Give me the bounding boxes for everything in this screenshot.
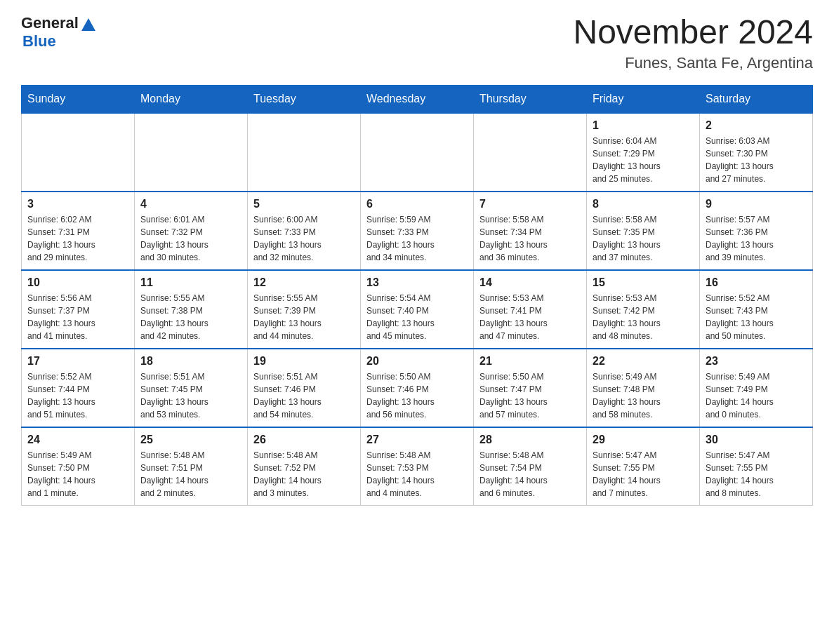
day-number: 1 <box>593 119 694 132</box>
day-info: Sunrise: 5:53 AM Sunset: 7:42 PM Dayligh… <box>593 292 694 342</box>
day-number: 23 <box>706 355 807 368</box>
day-info: Sunrise: 5:48 AM Sunset: 7:53 PM Dayligh… <box>366 449 468 499</box>
calendar-week-1: 1Sunrise: 6:04 AM Sunset: 7:29 PM Daylig… <box>22 113 813 192</box>
day-number: 26 <box>253 434 355 446</box>
day-number: 7 <box>479 198 581 210</box>
day-info: Sunrise: 5:51 AM Sunset: 7:46 PM Dayligh… <box>253 370 355 421</box>
calendar-cell: 15Sunrise: 5:53 AM Sunset: 7:42 PM Dayli… <box>587 270 700 349</box>
page-header: General Blue November 2024 Funes, Santa … <box>21 14 813 72</box>
day-info: Sunrise: 5:52 AM Sunset: 7:43 PM Dayligh… <box>706 292 807 342</box>
day-number: 9 <box>706 198 807 210</box>
day-info: Sunrise: 6:03 AM Sunset: 7:30 PM Dayligh… <box>706 135 807 185</box>
day-info: Sunrise: 5:47 AM Sunset: 7:55 PM Dayligh… <box>706 449 807 499</box>
day-number: 10 <box>27 276 128 289</box>
day-number: 25 <box>140 434 241 446</box>
calendar-cell: 23Sunrise: 5:49 AM Sunset: 7:49 PM Dayli… <box>700 349 813 427</box>
calendar-cell: 2Sunrise: 6:03 AM Sunset: 7:30 PM Daylig… <box>700 113 813 192</box>
day-number: 14 <box>479 276 581 289</box>
calendar-cell: 7Sunrise: 5:58 AM Sunset: 7:34 PM Daylig… <box>474 192 587 270</box>
day-info: Sunrise: 5:51 AM Sunset: 7:45 PM Dayligh… <box>140 370 241 421</box>
calendar-cell: 4Sunrise: 6:01 AM Sunset: 7:32 PM Daylig… <box>135 192 248 270</box>
day-info: Sunrise: 5:49 AM Sunset: 7:50 PM Dayligh… <box>27 449 128 499</box>
calendar-cell: 19Sunrise: 5:51 AM Sunset: 7:46 PM Dayli… <box>248 349 361 427</box>
day-info: Sunrise: 6:02 AM Sunset: 7:31 PM Dayligh… <box>27 213 128 264</box>
calendar-cell: 22Sunrise: 5:49 AM Sunset: 7:48 PM Dayli… <box>587 349 700 427</box>
day-number: 4 <box>140 198 241 210</box>
calendar-cell: 6Sunrise: 5:59 AM Sunset: 7:33 PM Daylig… <box>361 192 474 270</box>
calendar-cell <box>135 113 248 192</box>
day-header-sunday: Sunday <box>22 85 135 113</box>
day-number: 11 <box>140 276 241 289</box>
day-info: Sunrise: 5:54 AM Sunset: 7:40 PM Dayligh… <box>366 292 468 342</box>
day-number: 15 <box>593 276 694 289</box>
calendar-week-5: 24Sunrise: 5:49 AM Sunset: 7:50 PM Dayli… <box>22 427 813 506</box>
day-info: Sunrise: 5:53 AM Sunset: 7:41 PM Dayligh… <box>479 292 581 342</box>
day-number: 5 <box>253 198 355 210</box>
day-info: Sunrise: 5:50 AM Sunset: 7:47 PM Dayligh… <box>479 370 581 421</box>
calendar-cell: 13Sunrise: 5:54 AM Sunset: 7:40 PM Dayli… <box>361 270 474 349</box>
day-info: Sunrise: 5:48 AM Sunset: 7:54 PM Dayligh… <box>479 449 581 499</box>
day-number: 20 <box>366 355 468 368</box>
calendar-cell: 8Sunrise: 5:58 AM Sunset: 7:35 PM Daylig… <box>587 192 700 270</box>
calendar-cell: 1Sunrise: 6:04 AM Sunset: 7:29 PM Daylig… <box>587 113 700 192</box>
day-info: Sunrise: 5:47 AM Sunset: 7:55 PM Dayligh… <box>593 449 694 499</box>
calendar-cell: 16Sunrise: 5:52 AM Sunset: 7:43 PM Dayli… <box>700 270 813 349</box>
calendar-week-3: 10Sunrise: 5:56 AM Sunset: 7:37 PM Dayli… <box>22 270 813 349</box>
calendar-cell: 14Sunrise: 5:53 AM Sunset: 7:41 PM Dayli… <box>474 270 587 349</box>
calendar-cell <box>361 113 474 192</box>
day-info: Sunrise: 6:00 AM Sunset: 7:33 PM Dayligh… <box>253 213 355 264</box>
day-info: Sunrise: 5:48 AM Sunset: 7:52 PM Dayligh… <box>253 449 355 499</box>
calendar-cell: 12Sunrise: 5:55 AM Sunset: 7:39 PM Dayli… <box>248 270 361 349</box>
calendar-cell: 20Sunrise: 5:50 AM Sunset: 7:46 PM Dayli… <box>361 349 474 427</box>
calendar-cell <box>248 113 361 192</box>
logo-blue-text: Blue <box>22 32 56 51</box>
calendar-cell: 24Sunrise: 5:49 AM Sunset: 7:50 PM Dayli… <box>22 427 135 506</box>
day-header-friday: Friday <box>587 85 700 113</box>
day-number: 27 <box>366 434 468 446</box>
day-number: 17 <box>27 355 128 368</box>
calendar-cell: 29Sunrise: 5:47 AM Sunset: 7:55 PM Dayli… <box>587 427 700 506</box>
month-title: November 2024 <box>573 14 813 51</box>
logo: General Blue <box>21 14 95 51</box>
day-info: Sunrise: 5:50 AM Sunset: 7:46 PM Dayligh… <box>366 370 468 421</box>
day-info: Sunrise: 5:48 AM Sunset: 7:51 PM Dayligh… <box>140 449 241 499</box>
header-row: SundayMondayTuesdayWednesdayThursdayFrid… <box>22 85 813 113</box>
day-info: Sunrise: 5:49 AM Sunset: 7:49 PM Dayligh… <box>706 370 807 421</box>
day-number: 12 <box>253 276 355 289</box>
location-text: Funes, Santa Fe, Argentina <box>573 54 813 72</box>
day-number: 3 <box>27 198 128 210</box>
calendar-cell: 17Sunrise: 5:52 AM Sunset: 7:44 PM Dayli… <box>22 349 135 427</box>
day-info: Sunrise: 5:56 AM Sunset: 7:37 PM Dayligh… <box>27 292 128 342</box>
day-header-wednesday: Wednesday <box>361 85 474 113</box>
calendar-cell: 10Sunrise: 5:56 AM Sunset: 7:37 PM Dayli… <box>22 270 135 349</box>
calendar-cell: 27Sunrise: 5:48 AM Sunset: 7:53 PM Dayli… <box>361 427 474 506</box>
calendar-week-2: 3Sunrise: 6:02 AM Sunset: 7:31 PM Daylig… <box>22 192 813 270</box>
calendar-cell: 11Sunrise: 5:55 AM Sunset: 7:38 PM Dayli… <box>135 270 248 349</box>
logo-triangle-icon <box>81 18 95 31</box>
day-info: Sunrise: 5:52 AM Sunset: 7:44 PM Dayligh… <box>27 370 128 421</box>
day-number: 18 <box>140 355 241 368</box>
day-number: 24 <box>27 434 128 446</box>
day-info: Sunrise: 5:49 AM Sunset: 7:48 PM Dayligh… <box>593 370 694 421</box>
calendar-cell: 30Sunrise: 5:47 AM Sunset: 7:55 PM Dayli… <box>700 427 813 506</box>
day-info: Sunrise: 5:59 AM Sunset: 7:33 PM Dayligh… <box>366 213 468 264</box>
day-info: Sunrise: 6:04 AM Sunset: 7:29 PM Dayligh… <box>593 135 694 185</box>
calendar-table: SundayMondayTuesdayWednesdayThursdayFrid… <box>21 85 813 506</box>
calendar-cell: 5Sunrise: 6:00 AM Sunset: 7:33 PM Daylig… <box>248 192 361 270</box>
day-number: 19 <box>253 355 355 368</box>
calendar-cell <box>22 113 135 192</box>
day-number: 29 <box>593 434 694 446</box>
calendar-cell <box>474 113 587 192</box>
day-number: 22 <box>593 355 694 368</box>
day-info: Sunrise: 5:58 AM Sunset: 7:35 PM Dayligh… <box>593 213 694 264</box>
calendar-week-4: 17Sunrise: 5:52 AM Sunset: 7:44 PM Dayli… <box>22 349 813 427</box>
day-number: 28 <box>479 434 581 446</box>
header-right: November 2024 Funes, Santa Fe, Argentina <box>573 14 813 72</box>
calendar-cell: 18Sunrise: 5:51 AM Sunset: 7:45 PM Dayli… <box>135 349 248 427</box>
day-info: Sunrise: 5:55 AM Sunset: 7:38 PM Dayligh… <box>140 292 241 342</box>
day-header-saturday: Saturday <box>700 85 813 113</box>
day-number: 30 <box>706 434 807 446</box>
day-info: Sunrise: 5:57 AM Sunset: 7:36 PM Dayligh… <box>706 213 807 264</box>
day-header-tuesday: Tuesday <box>248 85 361 113</box>
day-number: 6 <box>366 198 468 210</box>
